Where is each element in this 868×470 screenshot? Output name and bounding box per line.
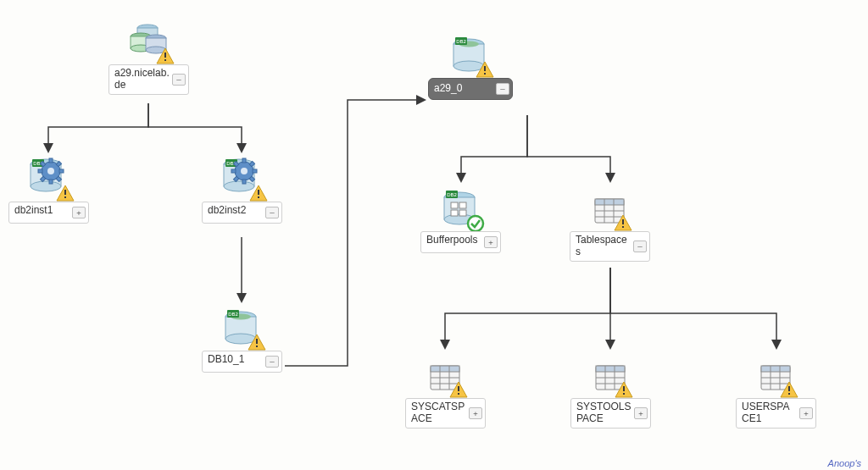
node-database-db10-1[interactable]: DB10_1 – [202,303,282,373]
server-cluster-icon [129,17,170,61]
tablespace-icon [594,351,628,395]
instance-icon [29,154,70,198]
warning-icon [249,185,268,202]
warning-icon [614,214,632,231]
tablespace-icon [760,351,793,395]
node-label: a29_0 [434,82,462,94]
database-icon [452,30,489,75]
collapse-button[interactable]: – [265,356,279,368]
warning-icon [449,381,468,398]
watermark: Anoop's [828,458,861,468]
node-label: SYSCATSPACE [411,401,465,424]
node-label: Tablespaces [576,234,627,257]
warning-icon [156,47,175,64]
bufferpool-icon [442,184,480,228]
warning-icon [780,381,798,398]
instance-icon [222,154,263,198]
node-tablespace-userspace[interactable]: USERSPACE1 + [736,351,816,429]
collapse-button[interactable]: – [265,207,279,218]
node-label: a29.nicelab.de [114,67,170,91]
node-label: DB10_1 [208,353,244,365]
warning-icon [56,185,75,202]
node-label: db2inst2 [208,204,246,216]
node-database-a29-0[interactable]: a29_0 – [428,30,513,100]
node-label: USERSPACE1 [742,401,789,424]
collapse-button[interactable]: – [496,83,509,95]
collapse-button[interactable]: – [172,74,186,86]
collapse-button[interactable]: – [633,241,647,252]
node-server-root[interactable]: a29.nicelab.de – [108,17,189,95]
database-icon [224,303,261,347]
node-instance-db2inst2[interactable]: db2inst2 – [202,154,282,224]
node-label: db2inst1 [14,204,53,216]
node-bufferpools[interactable]: Bufferpools + [420,184,501,253]
node-tablespace-systool[interactable]: SYSTOOLSPACE + [570,351,651,429]
node-instance-db2inst1[interactable]: db2inst1 + [8,154,89,224]
tablespace-group-icon [593,184,627,228]
tablespace-icon [429,351,463,395]
expand-button[interactable]: + [469,407,482,419]
node-label: Bufferpools [426,234,478,246]
expand-button[interactable]: + [634,407,648,419]
node-tablespace-syscat[interactable]: SYSCATSPACE + [405,351,486,429]
expand-button[interactable]: + [799,407,813,419]
expand-button[interactable]: + [484,236,498,248]
node-tablespaces[interactable]: Tablespaces – [570,184,650,262]
expand-button[interactable]: + [72,207,86,218]
node-label: SYSTOOLSPACE [576,401,631,424]
warning-icon [476,61,494,78]
ok-icon [466,214,485,231]
warning-icon [615,381,633,398]
warning-icon [248,334,266,351]
